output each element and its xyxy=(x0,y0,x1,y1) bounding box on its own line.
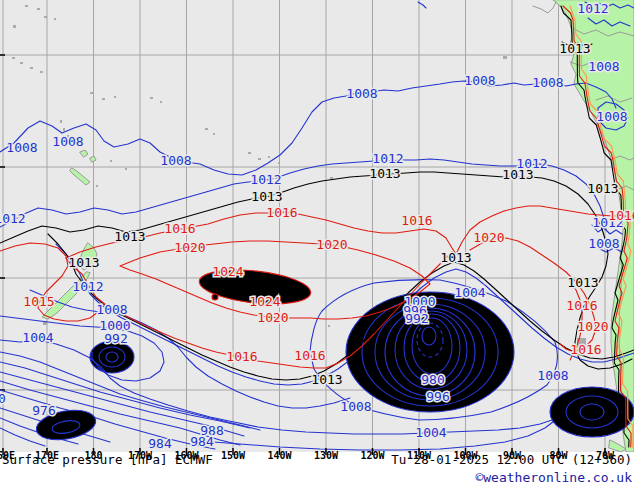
contour-label-984: 984 xyxy=(148,436,172,451)
contour-label-1008: 1008 xyxy=(340,399,371,414)
longitude-tick-label: 150W xyxy=(221,450,246,461)
contour-label-1020: 1020 xyxy=(174,240,205,255)
contour-label-1016: 1016 xyxy=(570,342,601,357)
footer-parameter-text: Surface pressure [hPa] ECMWF xyxy=(2,452,213,467)
galapagos-islands xyxy=(503,56,507,59)
contour-label-1024: 1024 xyxy=(212,264,243,279)
contour-label-980: 980 xyxy=(421,372,444,387)
contour-label-1008: 1008 xyxy=(96,302,127,317)
contour-label-976: 976 xyxy=(32,403,55,418)
weather-map-window: 160E170E180170W160W150W140W130W120W110W1… xyxy=(0,0,634,490)
contour-label-1008: 1008 xyxy=(537,368,568,383)
contour-label-1008: 1008 xyxy=(588,59,619,74)
contour-label-1013: 1013 xyxy=(68,255,99,270)
contour-label-1008: 1008 xyxy=(588,236,619,251)
contour-label-1013: 1013 xyxy=(369,166,400,181)
contour-label-1020: 1020 xyxy=(473,230,504,245)
contour-label-1008: 1008 xyxy=(52,134,83,149)
contour-label-1013: 1013 xyxy=(567,275,598,290)
contour-label-996: 996 xyxy=(426,389,449,404)
contour-label-1016: 1016 xyxy=(164,221,195,236)
footer-datetime-text: Tu 28-01-2025 12:00 UTC (12+360) xyxy=(391,452,632,467)
contour-label-1013: 1013 xyxy=(587,181,618,196)
isobar-high-center-mark xyxy=(212,294,218,300)
contour-label-1008: 1008 xyxy=(160,153,191,168)
contour-label-1016: 1016 xyxy=(294,348,325,363)
contour-label-1004: 1004 xyxy=(415,425,446,440)
contour-label-1024: 1024 xyxy=(249,294,280,309)
contour-label-992: 992 xyxy=(104,331,127,346)
contour-label-984: 984 xyxy=(190,434,214,449)
contour-label-1012: 1012 xyxy=(250,172,281,187)
longitude-tick-label: 140W xyxy=(267,450,292,461)
contour-label-1016: 1016 xyxy=(266,205,297,220)
isobar-988-ring-nz-low xyxy=(106,352,118,362)
contour-label-992: 992 xyxy=(405,311,428,326)
longitude-tick-label: 120W xyxy=(360,450,385,461)
contour-label-1012: 1012 xyxy=(72,279,103,294)
contour-label-1012: 1012 xyxy=(372,151,403,166)
contour-label-1016: 1016 xyxy=(608,208,634,223)
contour-label-1008: 1008 xyxy=(532,75,563,90)
contour-label-1008: 1008 xyxy=(596,109,627,124)
contour-label-1008: 1008 xyxy=(6,140,37,155)
pressure-map: 160E170E180170W160W150W140W130W120W110W1… xyxy=(0,0,634,490)
contour-label-1013: 1013 xyxy=(440,250,471,265)
contour-label-1015: 1015 xyxy=(23,294,54,309)
contour-label-1016: 1016 xyxy=(226,349,257,364)
contour-label-1004: 1004 xyxy=(22,330,53,345)
contour-label-1016: 1016 xyxy=(401,213,432,228)
contour-label-1013: 1013 xyxy=(502,167,533,182)
contour-label-1013: 1013 xyxy=(114,229,145,244)
contour-label-1013: 1013 xyxy=(311,372,342,387)
contour-label-1012: 1012 xyxy=(0,211,26,226)
contour-label-1008: 1008 xyxy=(464,73,495,88)
contour-label-1012: 1012 xyxy=(577,1,608,16)
contour-label-980: 980 xyxy=(0,391,6,406)
contour-label-1013: 1013 xyxy=(251,189,282,204)
contour-label-1004: 1004 xyxy=(454,285,485,300)
copyright-link[interactable]: ©weatheronline.co.uk xyxy=(475,470,632,485)
longitude-tick-label: 130W xyxy=(314,450,339,461)
contour-label-1008: 1008 xyxy=(346,86,377,101)
contour-label-1016: 1016 xyxy=(566,298,597,313)
isobar-innermost xyxy=(422,327,436,345)
contour-label-1020: 1020 xyxy=(257,310,288,325)
contour-label-1013: 1013 xyxy=(559,41,590,56)
contour-label-1020: 1020 xyxy=(577,319,608,334)
isobar-corner-low-inner xyxy=(580,404,604,420)
contour-label-1020: 1020 xyxy=(316,237,347,252)
